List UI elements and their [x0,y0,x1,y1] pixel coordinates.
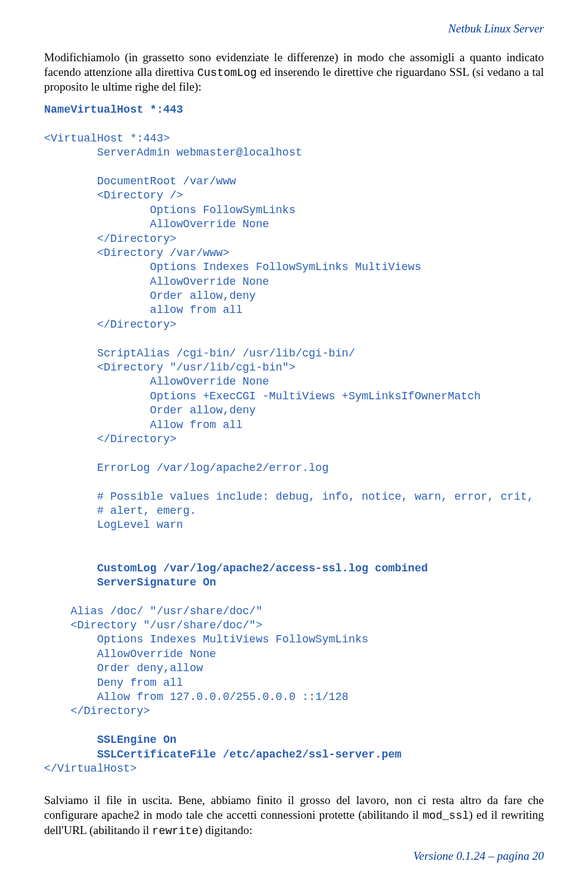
code-line: CustomLog /var/log/apache2/access-ssl.lo… [44,562,428,574]
code-line: LogLevel warn [44,519,183,531]
code-line: Options +ExecCGI -MultiViews +SymLinksIf… [44,390,481,402]
code-line: Options Indexes MultiViews FollowSymLink… [44,633,368,645]
code-line: </Directory> [44,705,150,717]
inline-code-modssl: mod_ssl [423,810,469,822]
inline-code-customlog: CustomLog [197,67,257,79]
code-line: SSLCertificateFile /etc/apache2/ssl-serv… [44,748,401,761]
code-line: Options Indexes FollowSymLinks MultiView… [44,261,421,273]
code-line: Deny from all [44,677,183,689]
code-line: <VirtualHost *:443> [44,132,170,145]
code-line: Allow from all [44,419,243,431]
code-line: allow from all [44,304,243,316]
code-line: ScriptAlias /cgi-bin/ /usr/lib/cgi-bin/ [44,347,355,359]
paragraph-1: Modifichiamolo (in grassetto sono eviden… [44,50,544,94]
code-line: ErrorLog /var/log/apache2/error.log [44,462,328,474]
code-line: </Directory> [44,318,176,331]
paragraph-2: Salviamo il file in uscita. Bene, abbiam… [44,793,544,838]
code-line: </VirtualHost> [44,762,137,775]
code-line: AllowOverride None [44,375,269,388]
code-line: </Directory> [44,233,176,245]
code-line: NameVirtualHost *:443 [44,103,183,116]
code-line: # Possible values include: debug, info, … [44,491,533,503]
code-line: Options FollowSymLinks [44,204,295,216]
code-line: AllowOverride None [44,276,269,288]
code-line: Allow from 127.0.0.0/255.0.0.0 ::1/128 [44,691,349,703]
code-line: Alias /doc/ "/usr/share/doc/" [44,605,262,617]
code-line: AllowOverride None [44,648,216,660]
page-footer: Versione 0.1.24 – pagina 20 [413,849,544,863]
page: Netbuk Linux Server Modifichiamolo (in g… [0,0,588,880]
code-line: AllowOverride None [44,218,269,230]
code-line: # alert, emerg. [44,505,196,517]
code-line: ServerSignature On [44,576,216,589]
code-line: </Directory> [44,433,176,445]
code-line: SSLEngine On [44,734,176,746]
code-line: <Directory /> [44,189,183,201]
code-line: <Directory /var/www> [44,247,229,259]
code-line: Order deny,allow [44,662,203,674]
code-line: Order allow,deny [44,404,256,416]
code-block: NameVirtualHost *:443 <VirtualHost *:443… [44,103,544,776]
para2-text-post: ) digitando: [198,824,252,837]
code-line: <Directory "/usr/lib/cgi-bin"> [44,361,295,374]
code-line: ServerAdmin webmaster@localhost [44,146,302,159]
code-line: DocumentRoot /var/www [44,175,236,187]
inline-code-rewrite: rewrite [152,825,198,837]
page-header: Netbuk Linux Server [44,22,544,36]
code-line: <Directory "/usr/share/doc/"> [44,619,262,631]
code-line: Order allow,deny [44,290,256,302]
